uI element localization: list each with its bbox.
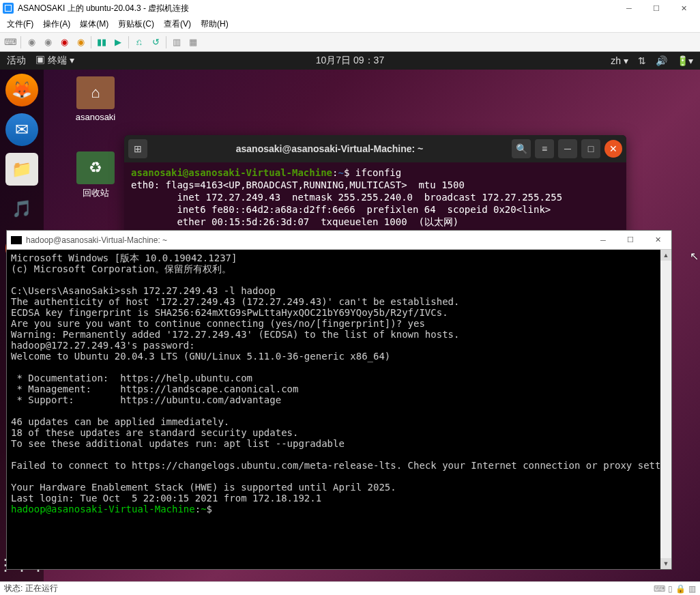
keyboard-icon: ⌨	[654, 584, 665, 594]
search-button[interactable]: 🔍	[512, 139, 531, 158]
vm-toolbar: ⌨ ◉ ◉ ◉ ◉ ▮▮ ▶ ⎌ ↺ ▥ ▦	[0, 33, 700, 52]
home-folder-icon: ⌂	[76, 76, 115, 109]
hyperv-icon	[3, 3, 14, 14]
mouse-cursor-icon: ↖	[690, 250, 699, 263]
ctrl-alt-del-button[interactable]: ⌨	[4, 36, 16, 48]
dock-rhythmbox[interactable]: 🎵	[5, 192, 38, 225]
gnome-terminal-headerbar: ⊞ asanosaki@asanosaki-Virtual-Machine: ~…	[124, 135, 626, 162]
maximize-button[interactable]: ☐	[643, 0, 670, 16]
clock[interactable]: 10月7日 09：37	[316, 55, 384, 67]
vm-status-text: 状态: 正在运行	[4, 583, 58, 594]
desktop-trash[interactable]: ♻ 回收站	[68, 151, 123, 199]
display-icon: ▥	[688, 584, 696, 594]
input-method[interactable]: zh ▾	[611, 55, 628, 66]
windows-terminal-body[interactable]: Microsoft Windows [版本 10.0.19042.1237] (…	[7, 250, 671, 569]
trash-label: 回收站	[68, 187, 123, 199]
checkpoint-button[interactable]: ⎌	[133, 36, 145, 48]
menu-view[interactable]: 查看(V)	[164, 18, 191, 30]
windows-terminal-title: hadoop@asanosaki-Virtual-Machine: ~	[26, 235, 589, 245]
minimize-button[interactable]: ─	[589, 231, 617, 250]
share-button[interactable]: ▦	[187, 36, 199, 48]
maximize-button[interactable]: ☐	[617, 231, 644, 250]
app-menu[interactable]: ▣ 终端 ▾	[35, 55, 74, 67]
close-button[interactable]: ✕	[604, 140, 622, 158]
windows-terminal-window: hadoop@asanosaki-Virtual-Machine: ~ ─ ☐ …	[6, 230, 672, 570]
scroll-down-button[interactable]: ▼	[660, 558, 671, 569]
save-button[interactable]: ◉	[74, 36, 87, 48]
activities-button[interactable]: 活动	[7, 55, 26, 67]
close-button[interactable]: ✕	[670, 0, 697, 16]
battery-icon[interactable]: 🔋▾	[677, 55, 693, 66]
close-button[interactable]: ✕	[644, 231, 671, 250]
pause-button[interactable]: ▮▮	[96, 36, 108, 48]
turnoff-button[interactable]: ◉	[42, 36, 54, 48]
trash-icon: ♻	[76, 151, 115, 184]
desktop-home-folder[interactable]: ⌂ asanosaki	[68, 76, 123, 122]
menu-file[interactable]: 文件(F)	[7, 18, 33, 30]
scrollbar[interactable]: ▲ ▼	[660, 250, 671, 569]
shutdown-button[interactable]: ◉	[58, 36, 70, 48]
network-icon[interactable]: ⇅	[638, 55, 646, 66]
home-folder-label: asanosaki	[68, 112, 123, 122]
ubuntu-top-bar: 活动 ▣ 终端 ▾ 10月7日 09：37 zh ▾ ⇅ 🔊 🔋▾	[0, 52, 700, 70]
enhanced-session-button[interactable]: ▥	[171, 36, 183, 48]
minimize-button[interactable]: ─	[558, 139, 577, 158]
menu-action[interactable]: 操作(A)	[43, 18, 70, 30]
gnome-terminal-content[interactable]: asanosaki@asanosaki-Virtual-Machine:~$ i…	[124, 162, 626, 232]
scroll-up-button[interactable]: ▲	[660, 250, 671, 261]
windows-terminal-content[interactable]: Microsoft Windows [版本 10.0.19042.1237] (…	[7, 250, 671, 517]
lock-icon: ▯	[668, 584, 673, 594]
gnome-terminal-title: asanosaki@asanosaki-Virtual-Machine: ~	[151, 143, 508, 154]
security-icon: 🔒	[675, 584, 686, 594]
vm-window-title: ASANOSAKI 上的 ubuntu-20.04.3 - 虚拟机连接	[18, 3, 615, 14]
revert-button[interactable]: ↺	[149, 36, 162, 48]
ubuntu-desktop: 活动 ▣ 终端 ▾ 10月7日 09：37 zh ▾ ⇅ 🔊 🔋▾ 🦊 ✉ 📁 …	[0, 52, 700, 581]
reset-button[interactable]: ▶	[112, 36, 124, 48]
minimize-button[interactable]: ─	[615, 0, 643, 16]
windows-terminal-titlebar: hadoop@asanosaki-Virtual-Machine: ~ ─ ☐ …	[7, 231, 671, 250]
hamburger-menu-button[interactable]: ≡	[535, 139, 554, 158]
dock-files[interactable]: 📁	[5, 153, 38, 186]
volume-icon[interactable]: 🔊	[656, 55, 667, 66]
dock-thunderbird[interactable]: ✉	[5, 113, 38, 146]
cmd-icon	[11, 236, 22, 244]
vm-titlebar: ASANOSAKI 上的 ubuntu-20.04.3 - 虚拟机连接 ─ ☐ …	[0, 0, 700, 16]
vm-menubar: 文件(F) 操作(A) 媒体(M) 剪贴板(C) 查看(V) 帮助(H)	[0, 16, 700, 33]
maximize-button[interactable]: □	[581, 139, 600, 158]
menu-help[interactable]: 帮助(H)	[201, 18, 229, 30]
menu-clipboard[interactable]: 剪贴板(C)	[118, 18, 154, 30]
menu-media[interactable]: 媒体(M)	[80, 18, 108, 30]
vm-statusbar: 状态: 正在运行 ⌨ ▯ 🔒 ▥	[0, 581, 700, 595]
dock-firefox[interactable]: 🦊	[5, 74, 38, 106]
new-tab-button[interactable]: ⊞	[128, 139, 147, 158]
start-button[interactable]: ◉	[25, 36, 38, 48]
